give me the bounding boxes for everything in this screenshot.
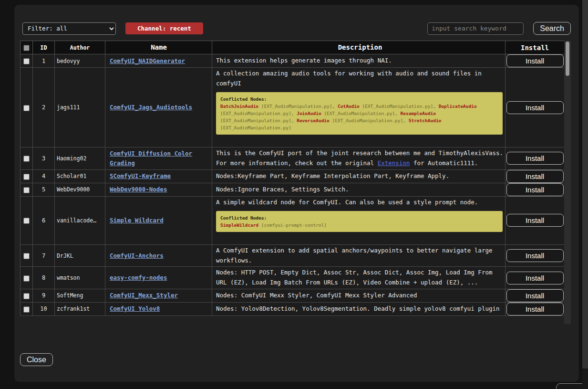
conflicted-nodes-box: Conflicted Nodes: BatchJoinAudio [EXT_Au…	[216, 92, 503, 135]
row-id: 4	[33, 169, 55, 183]
table-row: 9 SoftMeng ComfyUI_Mexx_Styler Nodes: Co…	[21, 289, 565, 302]
row-description: This extension helps generate images thr…	[216, 56, 504, 66]
row-checkbox[interactable]	[23, 253, 30, 259]
node-name-link[interactable]: ComfyUI Yolov8	[110, 305, 160, 312]
row-author: DrJKL	[55, 245, 105, 267]
dialog-toolbar: Filter: all Channel: recent Search	[14, 5, 579, 35]
row-description: A simple wildcard node for ComfyUI. Can …	[216, 198, 504, 208]
table-header-row: ID Author Name Description Install	[21, 41, 565, 54]
node-name-link[interactable]: ComfyUI-Anchors	[110, 252, 164, 259]
row-checkbox[interactable]	[23, 275, 30, 282]
table-row: 2 jags111 ComfyUI_Jags_Audiotools A coll…	[21, 68, 565, 147]
node-name-link[interactable]: SComfyUI-Keyframe	[110, 172, 171, 179]
row-author: Haoming02	[55, 147, 105, 169]
install-button[interactable]: Install	[506, 289, 564, 302]
page-scrollbar-thumb[interactable]	[582, 0, 588, 368]
row-id: 7	[33, 245, 55, 267]
row-checkbox[interactable]	[23, 187, 30, 193]
row-author: jags111	[55, 68, 105, 147]
install-button[interactable]: Install	[506, 303, 564, 315]
row-author: wmatson	[55, 267, 105, 289]
col-header-id: ID	[33, 41, 55, 54]
conflicted-nodes-box: Conflicted Nodes: SimpleWildcard [comfyu…	[216, 211, 503, 232]
row-checkbox[interactable]	[23, 105, 30, 111]
node-name-link[interactable]: ComfyUI Diffusion Color Grading	[110, 150, 192, 167]
table-row: 7 DrJKL ComfyUI-Anchors A ComfyUI extens…	[21, 245, 565, 267]
node-name-link[interactable]: ComfyUI_Mexx_Styler	[110, 292, 178, 299]
description-text: for Automatic1111.	[410, 159, 478, 167]
install-button[interactable]: Install	[506, 54, 564, 67]
install-button[interactable]: Install	[506, 214, 564, 227]
row-description: Nodes:Keyframe Part, Keyframe Interpolat…	[216, 171, 504, 181]
table-row: 1 bedovyy ComfyUI_NAIDGenerator This ext…	[21, 54, 565, 68]
table-scrollbar-thumb[interactable]	[566, 42, 569, 76]
row-id: 9	[33, 289, 55, 302]
row-author: vanillacode…	[55, 196, 105, 245]
search-button[interactable]: Search	[533, 22, 571, 35]
table-row: 6 vanillacode… Simple Wildcard A simple …	[21, 196, 565, 245]
row-id: 6	[33, 196, 55, 245]
conflict-list: SimpleWildcard [comfyui-prompt-control]	[220, 221, 498, 229]
install-button[interactable]: Install	[506, 249, 564, 262]
node-name-link[interactable]: Simple Wildcard	[110, 217, 164, 224]
node-name-link[interactable]: ComfyUI_NAIDGenerator	[110, 57, 185, 64]
col-header-install: Install	[505, 41, 565, 54]
row-author: SoftMeng	[55, 289, 105, 302]
install-button[interactable]: Install	[506, 183, 564, 196]
page-scrollbar[interactable]	[582, 0, 588, 389]
row-description: This is the ComfyUI port of the joint re…	[216, 148, 504, 168]
install-button[interactable]: Install	[506, 101, 564, 114]
row-id: 1	[33, 54, 55, 68]
node-name-link[interactable]: ComfyUI_Jags_Audiotools	[110, 104, 192, 111]
row-checkbox[interactable]	[23, 306, 30, 313]
row-description: Nodes: ComfyUI Mexx Styler, ComfyUI Mexx…	[216, 291, 504, 301]
row-author: zcfrank1st	[55, 302, 105, 315]
conflict-title: Conflicted Nodes:	[220, 214, 498, 221]
node-name-link[interactable]: WebDev9000-Nodes	[110, 186, 167, 193]
row-checkbox[interactable]	[23, 293, 30, 299]
row-checkbox[interactable]	[23, 218, 30, 224]
conflict-list: BatchJoinAudio [EXT_AudioManipulation.py…	[220, 103, 498, 131]
table-row: 8 wmatson easy-comfy-nodes Nodes: HTTP P…	[21, 267, 565, 289]
extension-link[interactable]: Extension	[378, 159, 410, 167]
row-checkbox[interactable]	[23, 156, 30, 162]
col-header-author: Author	[55, 41, 105, 54]
install-button[interactable]: Install	[506, 170, 564, 183]
node-name-link[interactable]: easy-comfy-nodes	[110, 274, 167, 281]
channel-badge: Channel: recent	[125, 22, 203, 34]
row-id: 3	[33, 147, 55, 169]
row-description: Nodes:Ignore Braces, Settings Switch.	[216, 185, 504, 195]
table-row: 4 Scholar01 SComfyUI-Keyframe Nodes:Keyf…	[21, 169, 565, 183]
custom-nodes-table: ID Author Name Description Install 1 bed…	[20, 41, 565, 316]
select-all-checkbox[interactable]	[23, 45, 30, 51]
col-header-description: Description	[212, 41, 505, 54]
table-scrollbar[interactable]	[564, 41, 571, 324]
custom-nodes-table-wrap: ID Author Name Description Install 1 bed…	[20, 41, 571, 324]
table-row: 5 WebDev9000 WebDev9000-Nodes Nodes:Igno…	[21, 183, 565, 196]
install-button[interactable]: Install	[506, 272, 564, 284]
row-author: WebDev9000	[55, 183, 105, 196]
row-author: bedovyy	[55, 54, 105, 68]
row-checkbox[interactable]	[23, 174, 30, 180]
conflict-title: Conflicted Nodes:	[220, 95, 498, 103]
row-id: 2	[33, 68, 55, 147]
row-id: 8	[33, 267, 55, 289]
col-header-name: Name	[105, 41, 212, 54]
search-input[interactable]	[427, 22, 524, 35]
row-description: Nodes: Yolov8Detection, Yolov8Segmentati…	[216, 304, 504, 314]
row-description: A ComfyUI extension to add spatial ancho…	[216, 246, 504, 265]
table-row: 10 zcfrank1st ComfyUI Yolov8 Nodes: Yolo…	[21, 302, 565, 315]
row-checkbox[interactable]	[23, 58, 30, 64]
row-id: 5	[33, 183, 55, 196]
filter-select[interactable]: Filter: all	[22, 22, 116, 35]
row-id: 10	[33, 302, 55, 315]
row-description: A collection amazing audio tools for wor…	[216, 69, 504, 88]
install-custom-nodes-dialog: Filter: all Channel: recent Search ID Au…	[14, 5, 579, 382]
install-button[interactable]: Install	[506, 152, 564, 165]
row-description: Nodes: HTTP POST, Empty Dict, Assoc Str,…	[216, 268, 504, 287]
table-row: 3 Haoming02 ComfyUI Diffusion Color Grad…	[21, 147, 565, 169]
close-button[interactable]: Close	[20, 353, 53, 366]
row-author: Scholar01	[55, 169, 105, 183]
